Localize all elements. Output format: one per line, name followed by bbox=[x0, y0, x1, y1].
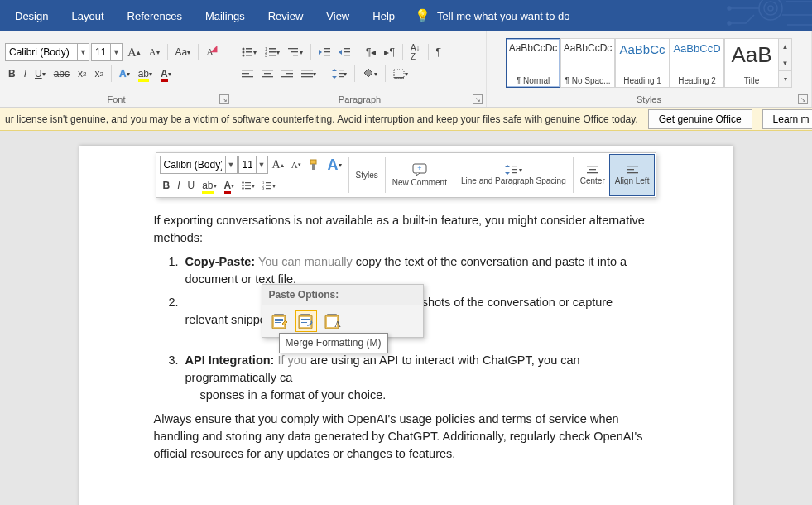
underline-button[interactable]: U ▾ bbox=[31, 65, 49, 83]
ribbon-group-styles: AaBbCcDc¶ Normal AaBbCcDc¶ No Spac... Aa… bbox=[487, 31, 812, 107]
menu-design[interactable]: Design bbox=[3, 2, 60, 31]
menu-references[interactable]: References bbox=[116, 2, 194, 31]
license-message: ur license isn't genuine, and you may be… bbox=[0, 113, 643, 125]
doc-intro: If exporting conversations is not availa… bbox=[154, 212, 659, 247]
svg-point-5 bbox=[243, 48, 245, 50]
shading-button[interactable]: ▾ bbox=[359, 65, 381, 83]
align-center-button[interactable] bbox=[258, 65, 276, 83]
bold-button[interactable]: B bbox=[5, 65, 19, 83]
svg-rect-29 bbox=[262, 70, 273, 70]
bullets-button[interactable]: ▾ bbox=[238, 43, 260, 61]
highlight-button[interactable]: ab ▾ bbox=[135, 65, 156, 83]
svg-point-0 bbox=[759, 0, 782, 20]
document-area: ▼ ▼ A▴ A▾ A▾ B I U ab▾ A▾ ▾ 123▾ bbox=[0, 131, 812, 505]
show-marks-button[interactable]: ¶ bbox=[433, 43, 444, 61]
font-name-input[interactable] bbox=[6, 46, 77, 58]
svg-rect-8 bbox=[246, 51, 252, 53]
menu-mailings[interactable]: Mailings bbox=[194, 2, 257, 31]
svg-rect-31 bbox=[262, 76, 273, 77]
svg-rect-41 bbox=[394, 70, 404, 78]
svg-rect-24 bbox=[344, 51, 350, 52]
svg-rect-35 bbox=[301, 70, 313, 70]
tell-me-search[interactable]: 💡 Tell me what you want to do bbox=[415, 8, 569, 23]
style-gallery-expand[interactable]: ▲▼▾ bbox=[779, 38, 792, 88]
paste-merge-formatting[interactable] bbox=[295, 310, 317, 332]
svg-rect-36 bbox=[301, 73, 313, 74]
paragraph-group-label: Paragraph bbox=[238, 93, 481, 107]
menu-view[interactable]: View bbox=[315, 2, 361, 31]
font-group-label: Font bbox=[5, 93, 228, 107]
menu-layout[interactable]: Layout bbox=[60, 2, 115, 31]
svg-rect-30 bbox=[264, 73, 271, 74]
font-size-input[interactable] bbox=[92, 46, 110, 58]
increase-indent-button[interactable] bbox=[335, 43, 353, 61]
svg-rect-77 bbox=[301, 319, 310, 320]
svg-point-1 bbox=[764, 2, 777, 15]
menubar: Design Layout References Mailings Review… bbox=[0, 0, 812, 31]
text-effects-button[interactable]: A ▾ bbox=[116, 65, 133, 83]
svg-rect-22 bbox=[324, 55, 330, 55]
font-name-combo[interactable]: ▼ bbox=[5, 43, 89, 61]
shrink-font-button[interactable]: A▾ bbox=[146, 43, 163, 61]
tooltip-merge-formatting: Merge Formatting (M) bbox=[279, 333, 388, 354]
change-case-button[interactable]: Aa▾ bbox=[172, 43, 195, 61]
get-genuine-office-button[interactable]: Get genuine Office bbox=[648, 109, 752, 129]
font-color-button[interactable]: A ▾ bbox=[157, 65, 175, 83]
svg-rect-18 bbox=[291, 51, 298, 52]
svg-rect-73 bbox=[275, 322, 281, 323]
style-heading2[interactable]: AaBbCcDHeading 2 bbox=[670, 38, 724, 88]
font-size-combo[interactable]: ▼ bbox=[91, 43, 123, 61]
grow-font-button[interactable]: A▴ bbox=[124, 43, 144, 61]
align-left-button[interactable] bbox=[238, 65, 257, 83]
clear-formatting-button[interactable]: A◢ bbox=[203, 43, 217, 61]
svg-rect-21 bbox=[324, 51, 330, 52]
menu-review[interactable]: Review bbox=[257, 2, 315, 31]
svg-rect-34 bbox=[281, 76, 293, 77]
line-spacing-button[interactable]: ▾ bbox=[329, 65, 350, 83]
style-title[interactable]: AaBTitle bbox=[724, 38, 779, 88]
rtl-button[interactable]: ▸¶ bbox=[381, 43, 397, 61]
ltr-button[interactable]: ¶◂ bbox=[363, 43, 379, 61]
svg-rect-23 bbox=[344, 48, 350, 49]
sort-button[interactable]: A↓Z bbox=[407, 43, 424, 61]
doc-li-3: API Integration: If you are using an API… bbox=[182, 352, 659, 404]
svg-text:A: A bbox=[334, 319, 341, 329]
page[interactable]: ▼ ▼ A▴ A▾ A▾ B I U ab▾ A▾ ▾ 123▾ bbox=[79, 146, 733, 505]
learn-more-button[interactable]: Learn m bbox=[762, 109, 812, 129]
style-gallery: AaBbCcDc¶ Normal AaBbCcDc¶ No Spac... Aa… bbox=[506, 38, 792, 88]
subscript-button[interactable]: x2 bbox=[74, 65, 89, 83]
svg-point-7 bbox=[243, 51, 245, 54]
font-dialog-launcher[interactable]: ↘ bbox=[219, 94, 229, 104]
doc-outro: Always ensure that you comply with OpenA… bbox=[154, 411, 659, 463]
tell-me-label: Tell me what you want to do bbox=[437, 10, 569, 22]
decrease-indent-button[interactable] bbox=[315, 43, 334, 61]
svg-rect-6 bbox=[246, 48, 252, 50]
document-body[interactable]: If exporting conversations is not availa… bbox=[154, 146, 659, 463]
svg-rect-28 bbox=[242, 76, 253, 77]
superscript-button[interactable]: x2 bbox=[92, 65, 107, 83]
styles-dialog-launcher[interactable]: ↘ bbox=[798, 94, 808, 104]
chevron-down-icon[interactable]: ▼ bbox=[77, 44, 89, 60]
svg-rect-20 bbox=[324, 48, 330, 49]
decorative-circuit-icon bbox=[646, 0, 812, 31]
italic-button[interactable]: I bbox=[21, 65, 30, 83]
multilevel-list-button[interactable]: ▾ bbox=[285, 43, 306, 61]
borders-button[interactable]: ▾ bbox=[390, 65, 411, 83]
svg-rect-25 bbox=[344, 55, 350, 55]
style-nospacing[interactable]: AaBbCcDc¶ No Spac... bbox=[560, 38, 615, 88]
svg-rect-33 bbox=[286, 73, 293, 74]
paste-keep-text-only[interactable]: A bbox=[322, 310, 344, 332]
paste-keep-source-formatting[interactable] bbox=[269, 310, 291, 332]
strikethrough-button[interactable]: abc bbox=[50, 65, 73, 83]
style-normal[interactable]: AaBbCcDc¶ Normal bbox=[506, 38, 560, 88]
justify-button[interactable]: ▾ bbox=[298, 65, 320, 83]
license-warning-bar: ur license isn't genuine, and you may be… bbox=[0, 108, 812, 131]
chevron-down-icon[interactable]: ▼ bbox=[110, 44, 122, 60]
svg-point-3 bbox=[728, 7, 731, 10]
align-right-button[interactable] bbox=[278, 65, 296, 83]
menu-help[interactable]: Help bbox=[361, 2, 406, 31]
svg-text:3: 3 bbox=[265, 53, 267, 57]
numbering-button[interactable]: 123▾ bbox=[262, 43, 283, 61]
paragraph-dialog-launcher[interactable]: ↘ bbox=[473, 94, 483, 104]
style-heading1[interactable]: AaBbCcHeading 1 bbox=[615, 38, 670, 88]
